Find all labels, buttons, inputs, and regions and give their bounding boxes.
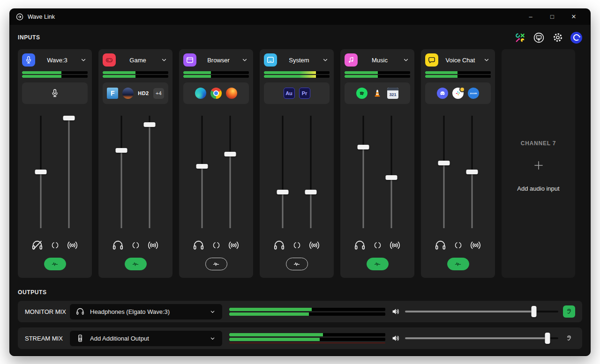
stream-mix-fader[interactable] — [224, 116, 236, 228]
stream-broadcast-icon[interactable] — [389, 239, 401, 252]
slider-handle[interactable] — [531, 306, 536, 317]
outputs-section-label: OUTPUTS — [18, 289, 582, 296]
stream-output-device: Add Additional Output — [90, 335, 203, 342]
marketplace-icon[interactable] — [514, 32, 526, 44]
spotify-icon — [356, 88, 368, 99]
stream-broadcast-icon[interactable] — [66, 239, 79, 252]
stream-broadcast-icon[interactable] — [147, 239, 159, 252]
stream-deck-icon[interactable] — [533, 32, 545, 44]
helldivers2-icon: HD2 — [138, 88, 149, 99]
monitor-output-dropdown[interactable]: Headphones (Elgato Wave:3) — [70, 304, 222, 319]
volume-speaker-icon[interactable] — [391, 306, 401, 317]
stream-output-dropdown[interactable]: Add Additional Output — [70, 331, 222, 346]
monitor-mix-fader[interactable] — [196, 116, 208, 228]
chevron-down-icon[interactable] — [402, 56, 410, 64]
fader-handle[interactable] — [386, 175, 398, 180]
volume-speaker-icon[interactable] — [391, 333, 401, 343]
stream-listen-button[interactable] — [563, 332, 575, 344]
chevron-down-icon[interactable] — [160, 56, 168, 64]
fader-handle[interactable] — [116, 148, 128, 153]
channel-name[interactable]: System — [277, 57, 321, 64]
music-channel-icon[interactable] — [345, 53, 358, 67]
monitor-mix-fader[interactable] — [115, 116, 128, 228]
stream-broadcast-icon[interactable] — [308, 239, 321, 252]
fader-handle[interactable] — [277, 190, 289, 194]
channel-strip-voice-chat: Voice Chat zoom — [421, 49, 495, 278]
link-faders-icon[interactable] — [453, 240, 463, 250]
channel-name[interactable]: Game — [116, 57, 160, 64]
media-player-classic-icon: 321 — [387, 88, 398, 99]
effects-button[interactable] — [125, 258, 147, 270]
maximize-button[interactable]: □ — [541, 9, 563, 25]
link-faders-icon[interactable] — [50, 240, 60, 250]
stream-broadcast-icon[interactable] — [227, 239, 240, 252]
link-faders-icon[interactable] — [131, 240, 141, 250]
chevron-down-icon[interactable] — [240, 56, 249, 64]
link-faders-icon[interactable] — [211, 240, 221, 250]
headphones-mute-icon[interactable] — [31, 239, 44, 252]
chevron-down-icon[interactable] — [321, 56, 330, 64]
microphone-icon — [50, 88, 60, 98]
headphones-monitor-icon[interactable] — [112, 239, 124, 252]
fader-handle[interactable] — [438, 161, 450, 165]
chevron-down-icon[interactable] — [79, 56, 88, 64]
minimize-button[interactable]: – — [520, 9, 541, 25]
effects-button[interactable] — [286, 258, 308, 270]
more-apps-badge[interactable]: +4 — [153, 88, 164, 99]
linked-apps: zoom — [425, 82, 491, 104]
fader-handle[interactable] — [35, 170, 47, 174]
fader-handle[interactable] — [305, 190, 317, 194]
link-faders-icon[interactable] — [373, 240, 382, 250]
display-channel-icon[interactable] — [264, 53, 277, 67]
fader-handle[interactable] — [466, 170, 478, 174]
add-audio-input-label[interactable]: Add audio input — [517, 185, 559, 192]
stream-mix-fader[interactable] — [466, 116, 478, 228]
headphones-monitor-icon[interactable] — [353, 239, 366, 252]
effects-button[interactable] — [447, 258, 469, 270]
slack-icon — [452, 88, 464, 99]
channel-name[interactable]: Voice Chat — [438, 57, 482, 64]
monitor-mix-fader[interactable] — [357, 116, 369, 228]
channel-name[interactable]: Browser — [196, 57, 240, 64]
effects-button[interactable] — [205, 258, 227, 270]
chrome-icon — [210, 88, 222, 99]
gamepad-channel-icon[interactable] — [103, 53, 116, 67]
effects-button[interactable] — [367, 258, 389, 270]
microphone-channel-icon[interactable] — [22, 53, 35, 67]
stream-volume-slider[interactable] — [405, 327, 558, 349]
monitor-volume-slider[interactable] — [405, 301, 558, 322]
settings-gear-icon[interactable] — [552, 32, 563, 44]
channel-name[interactable]: Music — [358, 57, 402, 64]
fader-handle[interactable] — [225, 152, 236, 156]
fader-handle[interactable] — [144, 122, 156, 127]
add-input-plus-icon[interactable] — [532, 159, 545, 171]
link-faders-icon[interactable] — [292, 240, 302, 250]
stream-mix-fader[interactable] — [63, 116, 75, 228]
elgato-profile-icon[interactable] — [570, 32, 582, 44]
headphones-monitor-icon[interactable] — [273, 239, 285, 252]
fader-handle[interactable] — [358, 145, 369, 149]
browser-channel-icon[interactable] — [183, 53, 196, 67]
stream-mix-fader[interactable] — [143, 116, 156, 228]
monitor-mix-fader[interactable] — [277, 116, 289, 228]
stream-mix-fader[interactable] — [305, 116, 317, 228]
monitor-mix-fader[interactable] — [438, 116, 450, 228]
monitor-mix-label: MONITOR MIX — [25, 308, 70, 315]
stream-level-meter — [229, 333, 385, 343]
chat-channel-icon[interactable] — [425, 53, 438, 67]
linked-apps: 321 — [345, 82, 410, 104]
channel-strip-empty[interactable]: CHANNEL 7 Add audio input — [502, 49, 575, 278]
fader-handle[interactable] — [196, 164, 208, 169]
slider-handle[interactable] — [545, 333, 550, 344]
chevron-down-icon[interactable] — [482, 56, 491, 64]
channel-name[interactable]: Wave:3 — [35, 57, 79, 64]
headphones-monitor-icon[interactable] — [434, 239, 447, 252]
headphones-monitor-icon[interactable] — [192, 239, 205, 252]
stream-broadcast-icon[interactable] — [469, 239, 482, 252]
fader-handle[interactable] — [63, 116, 75, 120]
close-button[interactable]: ✕ — [563, 9, 585, 25]
monitor-mix-fader[interactable] — [35, 116, 47, 228]
monitor-listen-button[interactable] — [563, 305, 575, 318]
stream-mix-fader[interactable] — [385, 116, 398, 228]
effects-button[interactable] — [44, 258, 66, 270]
